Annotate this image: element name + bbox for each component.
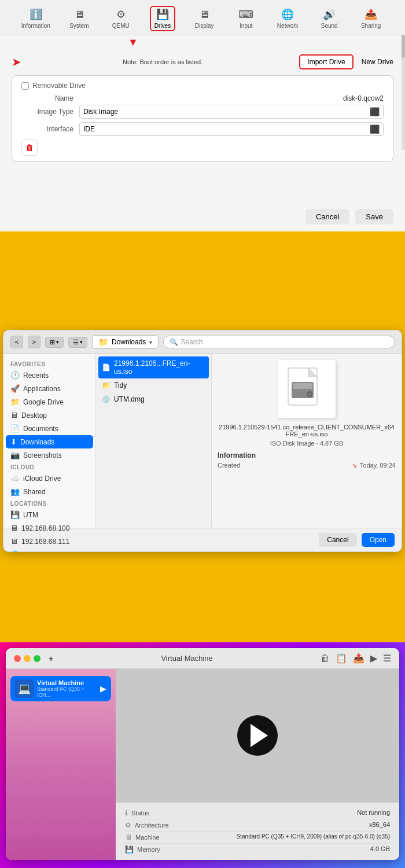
vm-play-button[interactable]: ▶ [100,684,106,693]
view-list-button[interactable]: ☰ ▾ [68,337,87,348]
sidebar-item-shared[interactable]: 👥 Shared [3,485,95,498]
sidebar-item-ip2[interactable]: 🖥 192.168.68.111 [3,535,95,548]
sidebar-ip1-label: 192.168.68.100 [21,524,69,532]
drives-content: Removable Drive Name disk-0.qcow2 Image … [12,75,393,162]
sidebar-item-utm[interactable]: 💾 UTM [3,508,95,521]
toolbar-input-label: Input [240,23,252,29]
import-drive-button[interactable]: Import Drive [299,54,353,69]
sidebar-item-applications[interactable]: 🚀 Applications [3,382,95,395]
sidebar-item-documents[interactable]: 📄 Documents [3,422,95,435]
removable-drive-label: Removable Drive [32,82,86,90]
run-vm-icon[interactable]: ▶ [370,653,377,664]
ip2-icon: 🖥 [10,537,18,546]
preview-created-row: Created ↘ Today, 09:24 [218,462,396,469]
fb-cancel-button[interactable]: Cancel [319,533,356,547]
removable-drive-row: Removable Drive [21,82,384,90]
add-vm-button[interactable]: + [49,654,53,663]
interface-label: Interface [21,125,73,133]
interface-select[interactable]: IDE ⬛ [79,122,384,136]
sidebar-item-network[interactable]: 🌐 Network [3,548,95,552]
display-icon: 🖥 [199,9,209,21]
preview-info-label: Information [218,451,256,459]
vm-list-item[interactable]: 💻 Virtual Machine Standard PC (Q35 + ICH… [10,676,111,701]
new-drive-button[interactable]: New Drive [362,58,393,66]
maximize-button[interactable] [34,655,41,662]
memory-label: 💾 Memory [125,845,160,854]
status-value: Not running [357,809,390,817]
name-value: disk-0.qcow2 [79,94,384,102]
toolbar-network[interactable]: 🌐 Network [275,8,300,29]
toolbar-system[interactable]: 🖥 System [67,9,92,29]
toolbar-drives-label: Drives [154,23,171,29]
name-row: Name disk-0.qcow2 [21,94,384,102]
sound-icon: 🔊 [323,8,336,21]
utm-play-area [116,669,399,802]
search-box[interactable]: 🔍 Search [163,336,395,348]
memory-icon: 💾 [125,845,134,854]
delete-drive-button[interactable]: 🗑 [21,139,38,156]
start-vm-button[interactable] [237,715,278,756]
delete-vm-icon[interactable]: 🗑 [321,653,330,664]
list-item-utm-dmg[interactable]: 💿 UTM.dmg [96,392,211,406]
sidebar-documents-label: Documents [23,425,58,433]
svg-rect-3 [293,383,312,389]
cancel-button[interactable]: Cancel [305,209,349,225]
removable-drive-checkbox[interactable] [21,82,29,90]
toolbar-input[interactable]: ⌨ Input [233,8,259,29]
machine-row: 🖥 Machine Standard PC (Q35 + ICH9, 2009)… [125,832,390,844]
menu-icon[interactable]: ☰ [383,653,391,664]
list-item-tidy[interactable]: 📁 Tidy [96,378,211,392]
iso-file-name: 21996.1.2105...FRE_en-us.iso [114,359,205,376]
toolbar-information[interactable]: ℹ️ Information [21,8,50,29]
sidebar-item-desktop[interactable]: 🖥 Desktop [3,409,95,422]
fb-open-button[interactable]: Open [362,533,395,547]
close-button[interactable] [14,655,21,662]
location-folder-icon: 📁 [98,337,108,347]
minimize-button[interactable] [24,655,31,662]
sidebar-icloud-drive-label: iCloud Drive [23,475,61,483]
image-type-label: Image Type [21,108,73,116]
shared-icon: 👥 [10,487,20,496]
toolbar-drives[interactable]: 💾 Drives [150,6,175,31]
status-label: ℹ Status [125,809,149,817]
toolbar-sharing-label: Sharing [361,23,381,29]
drives-scrollbar-thumb [402,35,405,58]
toolbar-sharing[interactable]: 📤 Sharing [358,8,384,29]
forward-button[interactable]: > [28,336,41,348]
list-item-iso[interactable]: 📄 21996.1.2105...FRE_en-us.iso [98,356,209,378]
sidebar-item-screenshots[interactable]: 📷 Screenshots [3,448,95,462]
sidebar-shared-label: Shared [23,488,46,496]
sidebar-screenshots-label: Screenshots [23,451,62,459]
sidebar-item-ip1[interactable]: 🖥 192.168.68.100 [3,521,95,535]
file-browser-window: < > ⊞ ▾ ☰ ▾ 📁 Downloads ▾ 🔍 Search [3,330,402,552]
drives-scrollbar[interactable] [402,35,405,150]
utm-dmg-icon: 💿 [102,395,111,403]
sidebar-google-drive-label: Google Drive [23,398,64,406]
architecture-icon: ⚙ [125,821,131,829]
fb-toolbar: < > ⊞ ▾ ☰ ▾ 📁 Downloads ▾ 🔍 Search [3,330,402,354]
sidebar-item-google-drive[interactable]: 📁 Google Drive [3,395,95,409]
view-grid-button[interactable]: ⊞ ▾ [45,337,64,348]
toolbar-display[interactable]: 🖥 Display [192,9,217,29]
image-type-select[interactable]: Disk Image ⬛ [79,105,384,119]
sidebar-item-recents[interactable]: 🕐 Recents [3,369,95,382]
tidy-folder-name: Tidy [114,381,127,389]
sidebar-ip2-label: 192.168.68.111 [21,538,69,546]
share-vm-icon[interactable]: 📤 [353,653,365,664]
toolbar-qemu[interactable]: ⚙ QEMU [108,8,134,29]
locations-label: Locations [3,498,95,508]
utm-toolbar: ℹ️ Information 🖥 System ⚙ QEMU 💾 Drives … [0,0,405,35]
sidebar-item-icloud-drive[interactable]: ☁️ iCloud Drive [3,472,95,485]
iso-file-icon: 📄 [102,363,111,372]
location-bar[interactable]: 📁 Downloads ▾ [92,335,159,349]
architecture-row: ⚙ Architecture x86_64 [125,819,390,832]
file-browser-section: < > ⊞ ▾ ☰ ▾ 📁 Downloads ▾ 🔍 Search [0,324,405,550]
clone-vm-icon[interactable]: 📋 [336,653,347,664]
fb-sidebar: Favorites 🕐 Recents 🚀 Applications 📁 Goo… [3,354,96,528]
save-button[interactable]: Save [355,209,393,225]
icloud-drive-icon: ☁️ [10,474,20,483]
back-button[interactable]: < [10,336,23,348]
sidebar-item-downloads[interactable]: ⬇ Downloads [6,435,93,448]
information-icon: ℹ️ [30,8,42,21]
toolbar-sound[interactable]: 🔊 Sound [316,8,342,29]
